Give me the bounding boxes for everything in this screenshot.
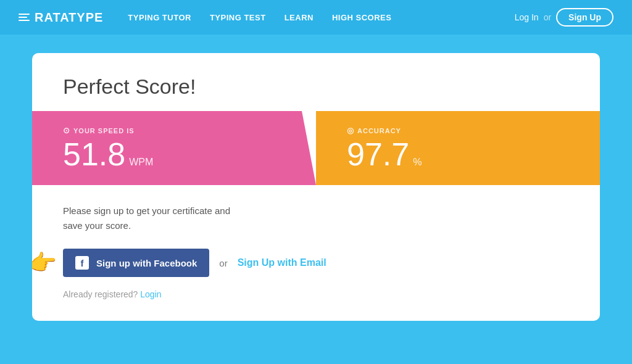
perfect-score-title: Perfect Score!	[63, 75, 569, 99]
nav-signup-button[interactable]: Sign Up	[556, 8, 613, 27]
facebook-signup-button[interactable]: f Sign up with Facebook	[63, 249, 209, 277]
nav-learn[interactable]: LEARN	[285, 13, 314, 22]
card-bottom: Please sign up to get your certificate a…	[32, 185, 600, 321]
nav-auth: Log In or Sign Up	[515, 8, 613, 27]
navbar: RATATYPE TYPING TUTOR TYPING TEST LEARN …	[0, 0, 632, 35]
accuracy-value: 97.7 %	[347, 138, 569, 170]
speed-value: 51.8 WPM	[63, 138, 285, 170]
login-link[interactable]: Login	[140, 289, 161, 299]
logo[interactable]: RATATYPE	[19, 10, 103, 25]
stats-bar: ⊙ YOUR SPEED IS 51.8 WPM ◎ ACCURACY 97.7…	[32, 111, 600, 185]
pointer-hand-icon: 👉	[32, 250, 57, 276]
logo-hamburger-icon	[19, 14, 30, 21]
accuracy-label: ◎ ACCURACY	[347, 126, 569, 135]
speed-unit: WPM	[129, 157, 153, 167]
facebook-icon: f	[75, 256, 89, 270]
accuracy-unit: %	[413, 157, 422, 167]
target-icon: ◎	[347, 126, 354, 135]
nav-typing-test[interactable]: TYPING TEST	[210, 13, 266, 22]
signup-actions: 👉 f Sign up with Facebook or Sign Up wit…	[63, 249, 569, 277]
nav-links: TYPING TUTOR TYPING TEST LEARN HIGH SCOR…	[128, 13, 514, 22]
signup-description: Please sign up to get your certificate a…	[63, 204, 569, 233]
logo-text: RATATYPE	[35, 10, 103, 25]
or-separator: or	[219, 258, 227, 268]
card-top: Perfect Score!	[32, 53, 600, 99]
email-signup-link[interactable]: Sign Up with Email	[238, 257, 326, 268]
clock-icon: ⊙	[63, 126, 70, 135]
nav-high-scores[interactable]: HIGH SCORES	[332, 13, 392, 22]
speed-label: ⊙ YOUR SPEED IS	[63, 126, 285, 135]
accuracy-panel: ◎ ACCURACY 97.7 %	[316, 111, 600, 185]
nav-typing-tutor[interactable]: TYPING TUTOR	[128, 13, 191, 22]
nav-or-separator: or	[544, 12, 551, 22]
main-container: Perfect Score! ⊙ YOUR SPEED IS 51.8 WPM …	[0, 35, 632, 339]
nav-login-link[interactable]: Log In	[515, 12, 539, 22]
result-card: Perfect Score! ⊙ YOUR SPEED IS 51.8 WPM …	[32, 53, 600, 321]
speed-panel: ⊙ YOUR SPEED IS 51.8 WPM	[32, 111, 316, 185]
already-registered-text: Already registered? Login	[63, 289, 569, 299]
